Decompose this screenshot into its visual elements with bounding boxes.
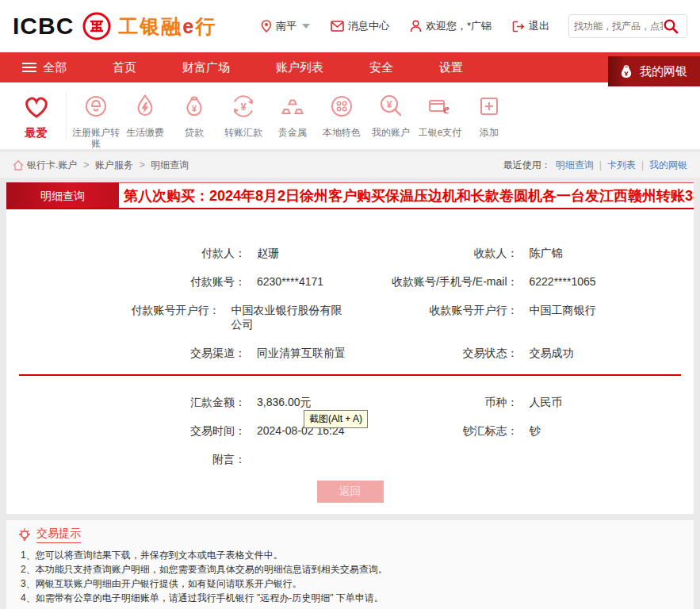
page-banner: 明细查询 第八次购买：2024年8月2日徐州客户购买保温压边机和长款卷圆机各一台… [6,182,694,209]
quick-item-favorites[interactable]: 最爱 [11,92,67,141]
tip-item: 1、您可以将查询结果下载，并保存到文本或电子表格文件中。 [21,548,683,562]
recent-link-card-list[interactable]: 卡列表 [594,159,636,172]
envelope-icon [331,21,344,32]
tip-item: 2、本功能只支持查询账户明细，如您需要查询具体交易的明细信息请到相关交易查询。 [21,562,683,576]
cash-flag-label: 钞汇标志： [350,423,518,438]
logout-label: 退出 [529,19,549,33]
search-box[interactable] [568,14,687,38]
home-icon[interactable] [13,160,24,170]
payee-bank-label: 收款账号开户行： [350,303,518,331]
welcome-user[interactable]: 欢迎您，*广锦 [410,19,492,33]
magnifier-yuan-icon: ¥ [377,92,405,122]
icbc-logo-icon [82,11,112,41]
nav-label: 首页 [113,60,136,75]
breadcrumb-part[interactable]: 账户服务 [80,159,132,172]
nav-item-security[interactable]: 安全 [369,60,393,75]
welcome-label: 欢迎您，*广锦 [426,19,492,33]
recent-used: 最近使用： 明细查询 卡列表 我的网银 [503,159,687,172]
nav-label: 安全 [369,60,393,75]
payer-account-label: 付款账号： [6,274,246,289]
payer-label: 付款人： [6,246,246,260]
svg-text:e: e [443,102,449,117]
logout-button[interactable]: 退出 [512,19,549,33]
quick-item-label: 注册账户转账 [71,127,120,149]
transfer-arrows-yuan-icon: ¥ [229,92,258,122]
quick-item-register-transfer[interactable]: 注册账户转账 [71,92,120,141]
heart-icon [21,92,52,122]
search-icon[interactable] [663,18,679,34]
detail-row: 付款人：赵珊 收款人：陈广锦 [6,246,694,260]
bank-card-e-icon: e [426,92,454,122]
quick-item-epay[interactable]: e 工银e支付 [415,92,465,141]
quick-item-life-payment[interactable]: 生活缴费 [120,92,170,141]
icbc-logo-text: ICBC [13,13,74,40]
tips-title: 交易提示 [36,527,81,543]
nav-item-wealth[interactable]: 财富广场 [182,60,230,75]
currency-value: 人民币 [530,395,563,409]
nav-item-accounts[interactable]: 账户列表 [276,60,323,75]
payer-bank-label: 付款账号开户行： [6,303,220,331]
message-center-label: 消息中心 [348,19,389,33]
breadcrumb-part[interactable]: 银行卡.账户 [27,159,77,172]
svg-text:¥: ¥ [240,101,247,113]
channel-value: 同业清算互联前置 [257,346,346,360]
quick-item-label: 转账汇款 [219,127,268,138]
payer-account-value: 6230****4171 [257,274,323,289]
user-icon [410,20,422,33]
tip-item: 4、如需带有公章的电子明细账单，请通过我行手机银行 "远程办-历史明细" 下单申… [21,591,683,605]
quick-item-label: 我的账户 [366,127,415,138]
quick-item-add[interactable]: 添加 [465,92,514,141]
nav-item-all[interactable]: 全部 [22,60,67,75]
my-ebank-ribbon[interactable]: 我的网银 [608,56,700,86]
money-bag-icon [619,63,633,79]
quick-item-label: 贵金属 [268,127,317,138]
lightbulb-icon [17,527,32,543]
recent-link-detail-query[interactable]: 明细查询 [556,159,594,172]
breadcrumb-part[interactable]: 明细查询 [136,159,189,172]
quick-item-label: 工银e支付 [415,127,465,138]
quick-item-my-account[interactable]: ¥ 我的账户 [366,92,415,141]
nav-label: 设置 [439,60,463,75]
water-drop-lightning-icon [131,92,159,122]
add-plus-icon [475,92,503,122]
back-button[interactable]: 返回 [317,481,384,503]
message-center-link[interactable]: 消息中心 [331,19,389,33]
quick-item-label: 生活缴费 [120,127,170,138]
quick-item-precious-metals[interactable]: 贵金属 [268,92,317,141]
main-content: 明细查询 第八次购买：2024年8月2日徐州客户购买保温压边机和长款卷圆机各一台… [6,182,694,514]
nav-item-home[interactable]: 首页 [113,60,136,75]
search-input[interactable] [574,21,663,32]
gold-bars-icon [278,92,307,122]
quick-item-local-features[interactable]: 本地特色 [317,92,366,141]
svg-text:¥: ¥ [387,99,392,110]
recent-link-my-ebank[interactable]: 我的网银 [636,159,687,172]
status-value: 交易成功 [530,346,574,360]
quick-item-label: 贷款 [170,127,219,138]
nav-item-settings[interactable]: 设置 [439,60,463,75]
payee-label: 收款人： [350,246,518,260]
screenshot-tooltip: 截图(Alt + A) [304,410,368,428]
svg-text:¥: ¥ [192,104,197,113]
quick-item-loans[interactable]: ¥ 贷款 [170,92,219,141]
quick-item-transfer-remit[interactable]: ¥ 转账汇款 [219,92,268,141]
chevron-down-icon [302,24,310,29]
circle-dots-icon [327,92,356,122]
quick-item-label: 添加 [465,127,514,138]
nav-label: 财富广场 [182,60,230,75]
payee-account-value: 6222****1065 [530,274,596,289]
tip-item: 3、网银互联账户明细由开户银行提供，如有疑问请联系开户银行。 [21,576,683,591]
nav-label: 全部 [43,60,67,75]
page-title: 第八次购买：2024年8月2日徐州客户购买保温压边机和长款卷圆机各一台发江西赣州… [119,182,694,208]
main-nav: 全部 首页 财富广场 账户列表 安全 设置 我的网银 [0,52,700,82]
logout-icon [512,21,525,33]
location-selector[interactable]: 南平 [261,19,310,33]
red-divider [19,374,681,376]
money-bag-yuan-icon: ¥ [180,92,208,122]
detail-row: 汇款金额：3,836.00元 币种：人民币 [6,395,694,409]
location-pin-icon [261,20,272,33]
cash-flag-value: 钞 [530,423,541,438]
brand-name: 工银融e行 [118,13,216,40]
time-label: 交易时间： [6,423,246,438]
payee-value: 陈广锦 [530,246,563,260]
detail-query-tab[interactable]: 明细查询 [6,182,119,208]
